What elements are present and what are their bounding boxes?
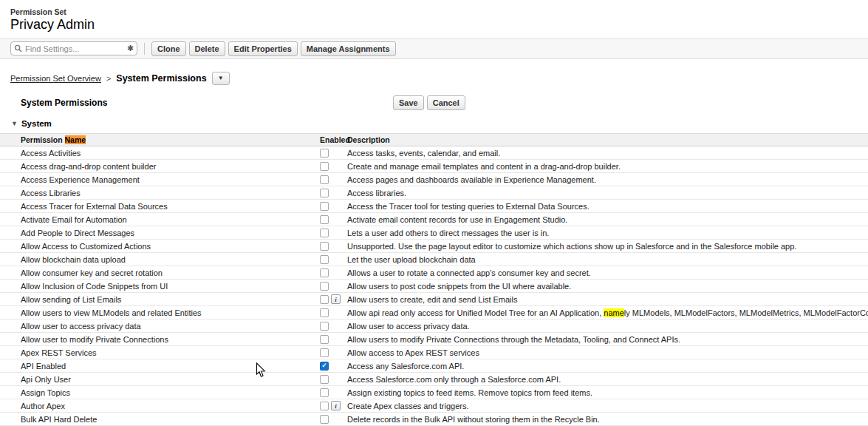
system-group-label: System	[21, 119, 52, 128]
description-text: Access the Tracer tool for testing queri…	[347, 202, 590, 211]
enabled-cell	[320, 229, 347, 237]
enabled-checkbox[interactable]	[320, 149, 329, 158]
enabled-cell	[320, 322, 347, 331]
find-settings-input[interactable]	[25, 44, 127, 53]
permission-set-page: Permission Set Privacy Admin ✱ Clone Del…	[0, 0, 868, 426]
enabled-checkbox[interactable]	[320, 375, 329, 384]
info-icon[interactable]: i	[331, 401, 341, 410]
permission-name: Allow consumer key and secret rotation	[0, 268, 320, 277]
system-group-header: ▼ System	[11, 118, 868, 129]
description-text: Unsupported. Use the page layout editor …	[347, 242, 796, 251]
table-row: Access Experience ManagementAccess pages…	[0, 173, 868, 186]
enabled-checkbox[interactable]	[320, 229, 329, 237]
enabled-cell	[320, 162, 347, 171]
permission-description: Allow users to post code snippets from t…	[347, 282, 868, 291]
description-text: Allow user to access privacy data.	[347, 322, 470, 331]
enabled-checkbox[interactable]	[320, 242, 329, 251]
find-match: name	[604, 308, 624, 317]
breadcrumb-link-overview[interactable]: Permission Set Overview	[10, 74, 101, 83]
heading-row: System Permissions Save Cancel	[0, 95, 868, 113]
permission-name: Author Apex	[0, 402, 320, 410]
enabled-checkbox[interactable]	[320, 308, 329, 317]
save-button[interactable]: Save	[393, 95, 424, 110]
breadcrumb: Permission Set Overview > System Permiss…	[10, 72, 858, 85]
find-active-match: Name	[65, 135, 86, 144]
enabled-checkbox[interactable]	[320, 402, 329, 410]
description-text: ly MLModels, MLModelFactors, MLModelMetr…	[624, 308, 868, 317]
description-text: Create and manage email templates and co…	[347, 162, 621, 171]
table-row: Access drag-and-drop content builderCrea…	[0, 160, 868, 173]
info-icon[interactable]: i	[331, 294, 341, 304]
description-text: Allow access to Apex REST services	[347, 348, 479, 357]
enabled-cell	[320, 215, 347, 224]
enabled-checkbox[interactable]	[320, 162, 329, 171]
enabled-cell	[320, 308, 347, 317]
permission-description: Access libraries.	[347, 189, 868, 197]
table-header-row: Permission Name Enabled Description	[0, 133, 868, 146]
permission-description: Let the user upload blockchain data	[347, 255, 868, 264]
description-text: Activate email content records for use i…	[347, 215, 567, 224]
clear-search-icon[interactable]: ✱	[127, 44, 134, 53]
enabled-checkbox[interactable]	[320, 268, 329, 277]
permission-name: Assign Topics	[0, 388, 320, 397]
table-row: Author ApexiCreate Apex classes and trig…	[0, 399, 868, 413]
description-text: Access tasks, events, calendar, and emai…	[347, 149, 500, 158]
table-row: Bulk API Hard DeleteDelete records in th…	[0, 413, 868, 426]
table-row: Add People to Direct MessagesLets a user…	[0, 226, 868, 240]
table-row: Api Only UserAccess Salesforce.com only …	[0, 373, 868, 386]
description-text: Allows a user to rotate a connected app'…	[347, 268, 591, 277]
permission-name: Access Experience Management	[0, 175, 320, 184]
table-row: Allow user to access privacy dataAllow u…	[0, 320, 868, 333]
permissions-table: Permission Name Enabled Description Acce…	[0, 133, 868, 426]
system-permissions-heading: System Permissions	[21, 98, 107, 108]
enabled-checkbox[interactable]	[320, 415, 329, 424]
permission-name: Api Only User	[0, 375, 320, 384]
permission-description: Allow access to Apex REST services	[347, 348, 868, 357]
description-text: Access libraries.	[347, 189, 406, 197]
enabled-checkbox[interactable]: ✓	[320, 362, 329, 371]
permission-name: Apex REST Services	[0, 348, 320, 357]
enabled-checkbox[interactable]	[320, 215, 329, 224]
description-text: Access Salesforce.com only through a Sal…	[347, 375, 561, 384]
enabled-checkbox[interactable]	[320, 255, 329, 264]
table-row: Apex REST ServicesAllow access to Apex R…	[0, 346, 868, 359]
enabled-checkbox[interactable]	[320, 348, 329, 357]
table-row: Allow users to view MLModels and related…	[0, 306, 868, 320]
enabled-cell	[320, 268, 347, 277]
enabled-checkbox[interactable]	[320, 189, 329, 197]
manage-assignments-button[interactable]: Manage Assignments	[301, 41, 396, 56]
clone-button[interactable]: Clone	[151, 41, 186, 56]
column-header-description: Description	[347, 135, 868, 144]
description-text: Allow users to modify Private Connection…	[347, 335, 680, 344]
enabled-checkbox[interactable]	[320, 202, 329, 211]
collapse-triangle-icon[interactable]: ▼	[11, 120, 18, 127]
cancel-button[interactable]: Cancel	[427, 95, 465, 110]
enabled-checkbox[interactable]	[320, 335, 329, 344]
enabled-cell	[320, 242, 347, 251]
section-dropdown-button[interactable]: ▼	[212, 72, 230, 85]
edit-properties-button[interactable]: Edit Properties	[228, 41, 298, 56]
delete-button[interactable]: Delete	[189, 41, 225, 56]
enabled-cell	[320, 175, 347, 184]
enabled-cell	[320, 282, 347, 291]
table-row: Allow Inclusion of Code Snippets from UI…	[0, 280, 868, 293]
permission-description: Create and manage email templates and co…	[347, 162, 868, 171]
enabled-checkbox[interactable]	[320, 322, 329, 331]
enabled-header-text: Enabled	[320, 135, 350, 144]
permission-description: Delete records in the Bulk API without s…	[347, 415, 868, 424]
permission-description: Create Apex classes and triggers.	[347, 402, 868, 410]
permission-name: Allow Access to Customized Actions	[0, 242, 320, 251]
entity-label: Permission Set	[10, 7, 858, 16]
enabled-checkbox[interactable]	[320, 295, 329, 304]
enabled-cell: i	[320, 401, 347, 410]
toolbar-divider	[144, 43, 145, 55]
enabled-checkbox[interactable]	[320, 282, 329, 291]
enabled-checkbox[interactable]	[320, 175, 329, 184]
enabled-checkbox[interactable]	[320, 388, 329, 397]
table-row: Allow Access to Customized ActionsUnsupp…	[0, 240, 868, 253]
enabled-cell	[320, 335, 347, 344]
permission-description: Access pages and dashboards available in…	[347, 175, 868, 184]
permission-name: Allow blockchain data upload	[0, 255, 320, 264]
table-row: Assign TopicsAssign existing topics to f…	[0, 386, 868, 399]
table-row: Allow consumer key and secret rotationAl…	[0, 266, 868, 280]
